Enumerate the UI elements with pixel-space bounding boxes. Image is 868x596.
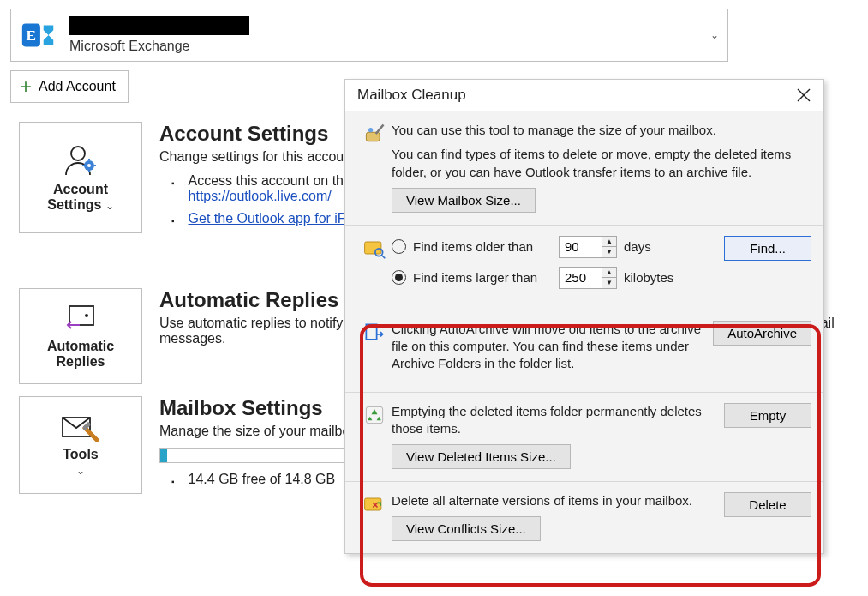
svg-rect-22 [365, 498, 381, 510]
archive-icon [357, 321, 392, 380]
add-account-label: Add Account [39, 79, 116, 94]
svg-point-2 [71, 147, 85, 160]
account-subtitle: Microsoft Exchange [69, 39, 249, 54]
radio-larger-than-label: Find items larger than [413, 270, 559, 285]
spinner-down-icon[interactable]: ▼ [602, 278, 616, 288]
autoreply-icon [61, 303, 100, 334]
dialog-title: Mailbox Cleanup [357, 87, 466, 104]
recycle-icon [357, 403, 392, 470]
older-than-input[interactable] [559, 236, 602, 258]
search-folder-icon [357, 236, 392, 298]
broom-icon [357, 122, 392, 213]
exchange-icon: E [15, 11, 63, 59]
view-mailbox-size-button[interactable]: View Mailbox Size... [392, 188, 536, 213]
conflicts-folder-icon [357, 492, 392, 541]
spinner-up-icon[interactable]: ▲ [602, 268, 616, 278]
view-deleted-size-button[interactable]: View Deleted Items Size... [392, 444, 571, 469]
dialog-intro-1: You can use this tool to manage the size… [392, 122, 811, 139]
add-account-button[interactable]: + Add Account [10, 70, 129, 103]
account-name-redacted [69, 16, 249, 35]
archive-text: Clicking AutoArchive will move old items… [392, 321, 715, 373]
deleted-text: Emptying the deleted items folder perman… [392, 403, 715, 438]
svg-rect-9 [69, 306, 93, 325]
svg-point-10 [85, 314, 88, 317]
autoarchive-button[interactable]: AutoArchive [713, 321, 811, 346]
older-than-unit: days [624, 239, 651, 254]
automatic-replies-tile[interactable]: Automatic Replies [19, 288, 142, 384]
outlook-live-link[interactable]: https://outlook.live.com/ [189, 189, 332, 203]
svg-rect-16 [365, 242, 381, 254]
user-gear-icon [61, 142, 100, 177]
chevron-down-icon: ⌄ [76, 465, 85, 477]
larger-than-input[interactable] [559, 267, 602, 289]
chevron-down-icon[interactable]: ⌄ [710, 29, 719, 41]
delete-button[interactable]: Delete [724, 492, 811, 517]
spinner-up-icon[interactable]: ▲ [602, 237, 616, 247]
dialog-intro-2: You can find types of items to delete or… [392, 146, 811, 181]
radio-older-than[interactable] [392, 239, 406, 254]
find-button[interactable]: Find... [724, 236, 811, 261]
account-settings-tile[interactable]: Account Settings ⌄ [19, 122, 142, 233]
svg-line-18 [382, 256, 386, 259]
svg-rect-20 [368, 327, 374, 328]
spinner-down-icon[interactable]: ▼ [602, 247, 616, 257]
account-row[interactable]: E Microsoft Exchange ⌄ [10, 9, 728, 62]
empty-button[interactable]: Empty [724, 403, 811, 428]
chevron-down-icon: ⌄ [105, 200, 114, 212]
plus-icon: + [20, 76, 32, 97]
close-icon[interactable] [796, 87, 811, 103]
larger-than-unit: kilobytes [624, 270, 673, 285]
view-conflicts-size-button[interactable]: View Conflicts Size... [392, 516, 541, 541]
mailbox-cleanup-dialog: Mailbox Cleanup You can use this tool to… [344, 79, 824, 554]
tools-tile[interactable]: Tools⌄ [19, 396, 142, 494]
radio-older-than-label: Find items older than [413, 239, 559, 254]
svg-rect-14 [366, 132, 380, 141]
svg-text:E: E [27, 27, 37, 44]
conflicts-text: Delete all alternate versions of items i… [392, 492, 715, 509]
tools-icon [59, 412, 102, 442]
svg-point-4 [87, 164, 91, 167]
radio-larger-than[interactable] [392, 270, 406, 285]
svg-point-15 [368, 128, 373, 132]
